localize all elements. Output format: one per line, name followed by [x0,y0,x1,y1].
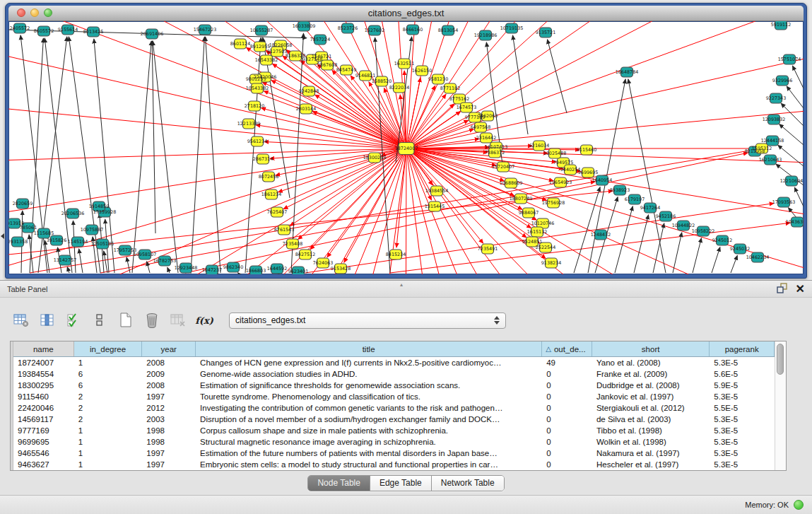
float-window-icon[interactable] [777,283,787,295]
tab-edge-table[interactable]: Edge Table [370,476,432,491]
table-cell[interactable]: Corpus callosum shape and size in male p… [196,425,542,436]
table-cell[interactable]: 9699695 [13,436,74,448]
delete-table-button[interactable] [142,310,162,330]
network-edge[interactable] [406,21,804,148]
table-cell[interactable]: 2012 [142,402,196,414]
network-window-titlebar[interactable]: citations_edges.txt [8,6,804,21]
table-cell[interactable]: de Silva et al. (2003) [592,414,710,425]
table-cell[interactable]: 5.5E-5 [710,402,775,414]
network-edge[interactable] [8,21,406,148]
network-edge[interactable] [406,21,804,148]
table-cell[interactable]: 1998 [142,425,196,436]
table-cell[interactable]: 6 [74,368,143,380]
network-edge[interactable] [8,21,406,148]
table-cell[interactable]: Investigating the contribution of common… [196,402,542,414]
table-cell[interactable]: Dudbridge et al. (2008) [592,380,710,391]
table-cell[interactable]: 0 [542,368,592,380]
network-edge[interactable] [406,21,804,148]
table-cell[interactable]: Disruption of a novel member of a sodium… [196,414,542,425]
table-cell[interactable]: 5.3E-5 [710,425,775,436]
network-edge[interactable] [132,41,151,273]
memory-status-indicator[interactable] [794,500,804,510]
network-edge[interactable] [778,145,804,166]
network-edge[interactable] [513,35,529,134]
table-cell[interactable]: 1 [74,357,143,368]
close-window-button[interactable] [17,8,25,17]
network-edge[interactable] [305,204,774,274]
table-cell[interactable]: 5.3E-5 [710,448,775,459]
network-edge[interactable] [406,21,804,148]
network-edge[interactable] [8,21,406,148]
table-cell[interactable]: 2003 [142,414,196,425]
network-edge[interactable] [8,21,406,148]
table-cell[interactable]: 5.6E-5 [710,368,775,380]
table-cell[interactable]: 9463627 [13,459,74,470]
network-edge[interactable] [94,39,114,273]
network-edge[interactable] [787,86,804,108]
merge-cells-button[interactable] [90,310,110,330]
network-edge[interactable] [104,251,107,273]
column-header-name[interactable]: name [13,341,74,356]
table-row[interactable]: 911546021997Tourette syndrome. Phenomeno… [13,391,775,402]
table-cell[interactable]: Jankovic et al. (1997) [592,391,710,402]
network-edge[interactable] [406,21,743,148]
table-row[interactable]: 1872400712008Changes of HCN gene express… [13,357,775,368]
column-header-year[interactable]: year [142,341,196,356]
network-edge[interactable] [79,249,83,273]
table-row[interactable]: 946362711997Embryonic stem cells: a mode… [13,459,775,470]
table-cell[interactable]: 0 [542,380,592,391]
table-cell[interactable]: 1 [74,425,143,436]
table-cell[interactable]: Genome-wide association studies in ADHD. [196,368,542,380]
network-edge[interactable] [406,148,804,274]
table-cell[interactable]: 1997 [142,448,196,459]
network-edge[interactable] [206,37,220,273]
network-edge[interactable] [8,21,406,148]
zoom-window-button[interactable] [44,8,52,17]
table-cell[interactable]: 9115460 [13,391,74,402]
network-edge[interactable] [712,247,720,274]
table-cell[interactable]: Changes of HCN gene expression and I(f) … [196,357,542,368]
table-selector-dropdown[interactable]: citations_edges.txt [229,313,506,329]
minimize-window-button[interactable] [30,8,39,17]
table-cell[interactable]: 14569117 [13,414,74,425]
table-cell[interactable]: Hescheler et al. (1997) [592,459,710,470]
network-edge[interactable] [167,267,170,273]
table-cell[interactable]: Estimation of the future numbers of pati… [196,448,542,459]
table-cell[interactable]: Tourette syndrome. Phenomenology and cla… [196,391,542,402]
table-row[interactable]: 969969511998Structural magnetic resonanc… [13,436,775,448]
network-edge[interactable] [152,41,155,233]
network-edge[interactable] [67,267,69,274]
table-cell[interactable]: Embryonic stem cells: a model to study s… [196,459,542,470]
network-edge[interactable] [406,21,804,148]
table-cell[interactable]: 2 [74,402,143,414]
network-edge[interactable] [653,223,664,273]
table-cell[interactable]: 1997 [142,391,196,402]
table-settings-button[interactable] [11,310,31,330]
select-rows-button[interactable] [64,310,83,330]
network-edge[interactable] [792,66,804,88]
tab-network-table[interactable]: Network Table [432,476,504,491]
table-cell[interactable]: Yano et al. (2008) [592,357,710,368]
table-cell[interactable]: 1997 [142,459,196,470]
table-row[interactable]: 946554611997Estimation of the future num… [13,448,775,459]
table-cell[interactable]: 2008 [142,380,196,391]
network-edge[interactable] [548,40,567,113]
network-edge[interactable] [8,44,406,148]
network-edge[interactable] [693,238,702,273]
table-cell[interactable]: 49 [542,357,592,368]
network-edge[interactable] [628,79,666,273]
table-cell[interactable]: 22420046 [13,402,74,414]
table-cell[interactable]: 0 [542,436,592,448]
table-cell[interactable]: 5.3E-5 [710,391,775,402]
table-row[interactable]: 977716911998Corpus callosum shape and si… [13,425,775,436]
network-edge[interactable] [615,206,632,273]
scrollbar-thumb[interactable] [777,344,784,375]
network-edge[interactable] [406,21,804,148]
function-builder-button[interactable]: f(x) [194,310,214,330]
table-cell[interactable]: 2008 [142,357,196,368]
panel-collapse-arrow-icon[interactable] [1,233,4,239]
table-cell[interactable]: Tibbo et al. (1998) [592,425,710,436]
table-cell[interactable]: 18724007 [13,357,74,368]
table-cell[interactable]: Franke et al. (2009) [592,368,710,380]
table-cell[interactable]: Nakamura et al. (1997) [592,448,710,459]
